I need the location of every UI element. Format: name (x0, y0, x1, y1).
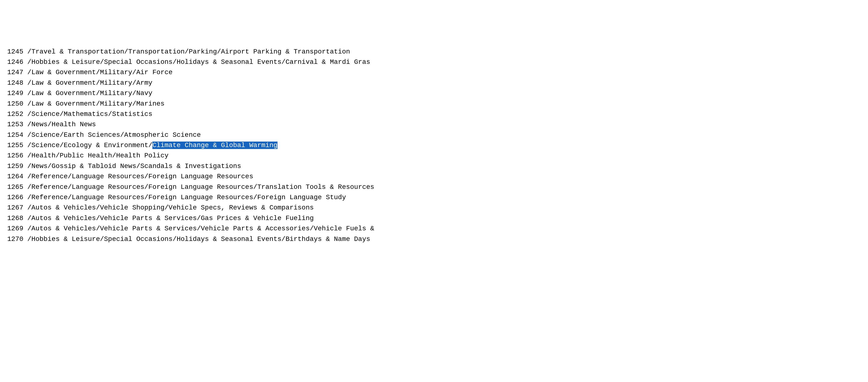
line-number: 1245 (7, 48, 23, 56)
list-item: 1246 /Hobbies & Leisure/Special Occasion… (7, 57, 861, 67)
line-content: /Autos & Vehicles/Vehicle Shopping/Vehic… (23, 204, 314, 212)
list-item: 1255 /Science/Ecology & Environment/Clim… (7, 140, 861, 151)
line-number: 1255 (7, 141, 23, 149)
list-item: 1252 /Science/Mathematics/Statistics (7, 109, 861, 119)
line-content: /Hobbies & Leisure/Special Occasions/Hol… (23, 235, 370, 243)
list-item: 1268 /Autos & Vehicles/Vehicle Parts & S… (7, 213, 861, 223)
line-content: /Hobbies & Leisure/Special Occasions/Hol… (23, 58, 370, 66)
list-item: 1248 /Law & Government/Military/Army (7, 78, 861, 88)
line-content: /Travel & Transportation/Transportation/… (23, 48, 350, 56)
line-content: /Reference/Language Resources/Foreign La… (23, 173, 253, 180)
list-item: 1265 /Reference/Language Resources/Forei… (7, 182, 861, 192)
content-area: 1245 /Travel & Transportation/Transporta… (7, 46, 861, 244)
line-number: 1264 (7, 173, 23, 180)
line-content: /News/Health News (23, 121, 96, 128)
line-number: 1259 (7, 162, 23, 170)
list-item: 1270 /Hobbies & Leisure/Special Occasion… (7, 234, 861, 244)
line-content: /Science/Earth Sciences/Atmospheric Scie… (23, 131, 201, 139)
line-content: /Autos & Vehicles/Vehicle Parts & Servic… (23, 215, 314, 222)
list-item: 1256 /Health/Public Health/Health Policy (7, 151, 861, 161)
list-item: 1254 /Science/Earth Sciences/Atmospheric… (7, 130, 861, 140)
list-item: 1249 /Law & Government/Military/Navy (7, 88, 861, 98)
list-item: 1245 /Travel & Transportation/Transporta… (7, 46, 861, 57)
list-item: 1253 /News/Health News (7, 119, 861, 130)
line-content: /Reference/Language Resources/Foreign La… (23, 194, 346, 201)
list-item: 1259 /News/Gossip & Tabloid News/Scandal… (7, 161, 861, 171)
line-content: /Science/Mathematics/Statistics (23, 110, 152, 118)
line-number: 1266 (7, 194, 23, 201)
line-number: 1270 (7, 235, 23, 243)
line-number: 1256 (7, 152, 23, 159)
line-number: 1269 (7, 225, 23, 232)
list-item: 1269 /Autos & Vehicles/Vehicle Parts & S… (7, 223, 861, 234)
line-content: /Law & Government/Military/Army (23, 79, 152, 87)
line-number: 1250 (7, 100, 23, 107)
list-item: 1247 /Law & Government/Military/Air Forc… (7, 67, 861, 77)
line-content: /Law & Government/Military/Air Force (23, 69, 173, 76)
line-number: 1246 (7, 58, 23, 66)
line-content: /Health/Public Health/Health Policy (23, 152, 168, 159)
line-number: 1248 (7, 79, 23, 87)
line-content: /News/Gossip & Tabloid News/Scandals & I… (23, 162, 241, 170)
line-content: /Reference/Language Resources/Foreign La… (23, 183, 374, 191)
highlighted-text: Climate Change & Global Warming (152, 141, 278, 149)
line-number: 1265 (7, 183, 23, 191)
list-item: 1267 /Autos & Vehicles/Vehicle Shopping/… (7, 202, 861, 213)
line-content: /Law & Government/Military/Marines (23, 100, 164, 107)
list-item: 1266 /Reference/Language Resources/Forei… (7, 192, 861, 202)
line-number: 1252 (7, 110, 23, 118)
line-number: 1267 (7, 204, 23, 212)
list-item: 1264 /Reference/Language Resources/Forei… (7, 171, 861, 182)
line-content: /Science/Ecology & Environment/ (23, 141, 152, 149)
line-number: 1253 (7, 121, 23, 128)
line-number: 1268 (7, 215, 23, 222)
line-number: 1249 (7, 90, 23, 97)
line-number: 1247 (7, 69, 23, 76)
line-content: /Law & Government/Military/Navy (23, 90, 152, 97)
line-content: /Autos & Vehicles/Vehicle Parts & Servic… (23, 225, 374, 232)
list-item: 1250 /Law & Government/Military/Marines (7, 99, 861, 109)
line-number: 1254 (7, 131, 23, 139)
